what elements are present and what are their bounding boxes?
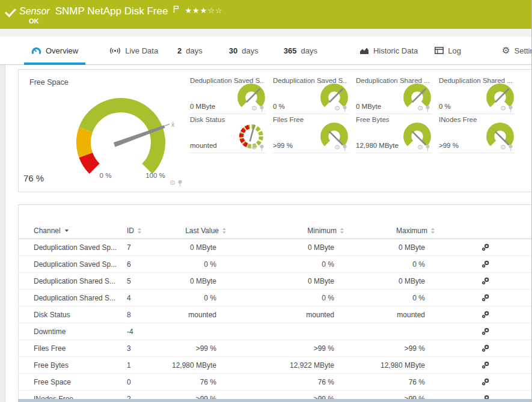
tab-label: days [186, 46, 202, 55]
mini-gauge-value: 0 MByte [190, 103, 215, 110]
mini-gauges-grid: Deduplication Saved S... 0 MByte ⚙ Dedup… [190, 76, 515, 153]
priority-rating[interactable]: ★★★☆☆ [185, 6, 222, 15]
channel-name: Deduplication Shared S... [34, 294, 127, 302]
table-row: Deduplication Shared S... 4 0 % 0 % 0 % [19, 290, 532, 306]
minimum-value: 0 MByte [226, 277, 344, 285]
tab-label: Settings [515, 46, 532, 55]
last-value: 0 % [163, 294, 226, 302]
gauge-actions[interactable]: ⚙ [334, 105, 347, 112]
last-value: 76 % [163, 378, 226, 386]
channel-name: Disk Status [34, 311, 127, 319]
last-value: 0 MByte [163, 277, 226, 285]
sort-header-last-value[interactable]: Last Value [163, 227, 226, 235]
stars-empty: ☆☆ [207, 6, 222, 15]
gear-icon[interactable]: ⚙ [334, 144, 340, 151]
mini-gauge-inodes-free: INodes Free >99 % ⚙ [439, 115, 515, 153]
gauge-actions[interactable]: ⚙ [251, 105, 264, 112]
channel-id: 0 [127, 378, 163, 386]
table-row: Deduplication Shared S... 5 0 MByte 0 MB… [19, 273, 532, 290]
mini-gauge-dedup-saved-space: Deduplication Saved S... 0 MByte ⚙ [190, 76, 266, 114]
gear-icon[interactable]: ⚙ [170, 180, 176, 187]
channel-id: 5 [127, 277, 163, 285]
last-value: >99 % [163, 344, 226, 353]
gear-icon[interactable]: ⚙ [251, 105, 257, 112]
table-header-row: Channel ID Last Value Minimum Maximum [19, 223, 532, 239]
area-chart-icon [359, 47, 369, 55]
channel-id: -4 [127, 327, 163, 336]
sort-header-minimum[interactable]: Minimum [226, 227, 344, 235]
channel-settings-icon[interactable] [482, 361, 489, 369]
gauge-actions[interactable]: ⚙ [170, 180, 183, 187]
tab-365-days[interactable]: 365days [277, 37, 325, 64]
channel-settings-icon[interactable] [482, 378, 489, 386]
sort-header-maximum[interactable]: Maximum [344, 227, 435, 235]
gauge-actions[interactable]: ⚙ [500, 105, 513, 112]
table-row: Downtime -4 [19, 323, 532, 340]
page-left-gutter [0, 65, 5, 402]
pin-icon[interactable] [342, 105, 347, 112]
next-panel-edge [18, 399, 531, 402]
channel-name: Free Bytes [34, 361, 127, 370]
channel-id: 3 [127, 344, 163, 353]
channel-settings-icon[interactable] [482, 311, 489, 318]
tab-30-days[interactable]: 30days [222, 37, 266, 64]
tab-2-days[interactable]: 2days [170, 37, 210, 64]
gear-icon[interactable]: ⚙ [251, 144, 257, 151]
mini-gauge-value: >99 % [273, 142, 293, 149]
gauge-actions[interactable]: ⚙ [334, 144, 347, 151]
pin-icon[interactable] [177, 180, 183, 187]
gauge-title: Free Space [29, 78, 69, 87]
tab-label: Live Data [125, 46, 158, 55]
sort-header-id[interactable]: ID [127, 227, 163, 235]
tab-settings[interactable]: ⚙ Settings [495, 37, 532, 64]
pin-icon[interactable] [508, 144, 513, 151]
sort-desc-icon [65, 230, 69, 232]
header-gap [0, 29, 532, 37]
gauge-actions[interactable]: ⚙ [500, 144, 513, 151]
gauge-actions[interactable]: ⚙ [417, 105, 430, 112]
last-value: 12,980 MByte [163, 361, 226, 370]
tab-historic-data[interactable]: Historic Data [352, 37, 425, 64]
channel-settings-icon[interactable] [482, 243, 489, 251]
pin-icon[interactable] [342, 144, 347, 151]
maximum-value: mounted [344, 311, 435, 319]
gauges-panel: Free Space x̄ 0 % 100 % 76 % ⚙ Deduplica… [18, 69, 532, 192]
pin-icon[interactable] [259, 144, 264, 151]
pin-icon[interactable] [259, 105, 264, 112]
channel-name: Deduplication Saved Sp... [34, 243, 127, 252]
mini-gauge-value: >99 % [439, 142, 459, 149]
tab-label: Historic Data [373, 46, 418, 55]
channel-table-panel: Channel ID Last Value Minimum Maximum De… [18, 204, 532, 402]
channel-settings-icon[interactable] [482, 277, 489, 285]
channel-name: Free Space [34, 378, 127, 386]
gear-icon[interactable]: ⚙ [500, 144, 506, 151]
channel-settings-icon[interactable] [482, 344, 489, 352]
gear-icon[interactable]: ⚙ [417, 105, 423, 112]
channel-id: 7 [127, 243, 163, 252]
tab-label: days [242, 46, 258, 55]
tab-live-data[interactable]: Live Data [102, 37, 165, 64]
tab-overview[interactable]: Overview [24, 37, 85, 64]
gauge-min-label: 0 % [92, 172, 119, 179]
pin-icon[interactable] [425, 105, 430, 112]
pin-icon[interactable] [425, 144, 430, 151]
channel-id: 8 [127, 311, 163, 319]
channel-settings-icon[interactable] [482, 260, 489, 268]
gauge-actions[interactable]: ⚙ [417, 144, 430, 151]
sort-header-channel[interactable]: Channel [34, 227, 127, 235]
gear-icon[interactable]: ⚙ [500, 105, 506, 112]
channel-settings-icon[interactable] [482, 294, 489, 302]
pin-icon[interactable] [508, 105, 513, 112]
live-signal-icon [109, 47, 121, 55]
channel-settings-icon[interactable] [482, 327, 489, 335]
channel-id: 1 [127, 361, 163, 370]
flag-icon[interactable] [173, 5, 179, 13]
maximum-value: 0 MByte [344, 243, 435, 252]
tab-label: days [301, 46, 317, 55]
gear-icon[interactable]: ⚙ [334, 105, 340, 112]
gauge-actions[interactable]: ⚙ [251, 144, 264, 151]
gear-icon[interactable]: ⚙ [417, 144, 423, 151]
sort-icons [431, 228, 435, 234]
gauge-value: 76 % [23, 173, 44, 183]
tab-log[interactable]: Log [427, 37, 468, 64]
